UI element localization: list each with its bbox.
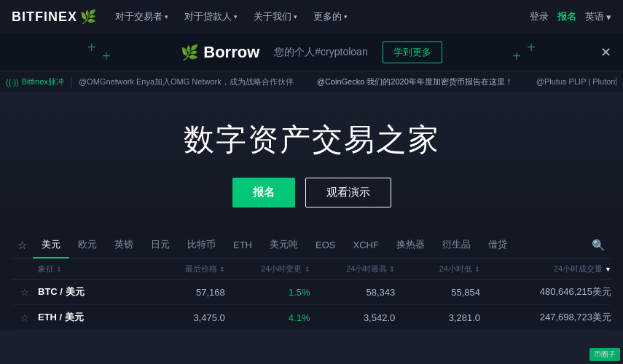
hero-demo-button[interactable]: 观看演示 <box>305 178 391 207</box>
deco-plus-icon: + <box>102 48 111 65</box>
market-tabs: ☆ 美元 欧元 英镑 日元 比特币 ETH 美元吨 EOS XCHF 换热器 衍… <box>12 228 611 259</box>
change-cell: 4.1% <box>225 312 310 323</box>
col-header-price[interactable]: 最后价格 ⇕ <box>140 264 225 274</box>
symbol-cell[interactable]: ETH / 美元 <box>38 311 140 324</box>
deco-plus-icon: + <box>512 48 521 65</box>
sort-icon: ⇕ <box>219 266 225 273</box>
tab-jpy[interactable]: 日元 <box>142 232 179 258</box>
hero-buttons: 报名 观看演示 <box>232 178 391 207</box>
chevron-down-icon: ▾ <box>234 13 238 20</box>
logo[interactable]: BITFINEX 🌿 <box>12 9 96 25</box>
high-cell: 58,343 <box>310 287 396 298</box>
tab-eur[interactable]: 欧元 <box>69 232 106 258</box>
tab-exchanger[interactable]: 换热器 <box>388 232 434 258</box>
signup-button[interactable]: 报名 <box>557 10 576 23</box>
symbol-cell[interactable]: BTC / 美元 <box>38 285 140 298</box>
logo-text: BITFINEX <box>12 9 77 25</box>
banner-brand: 🌿 Borrow <box>181 43 259 62</box>
star-icon[interactable]: ☆ <box>12 312 38 323</box>
price-cell: 3,475.0 <box>140 312 225 323</box>
chevron-down-icon: ▾ <box>294 13 297 20</box>
chevron-down-icon: ▾ <box>165 13 168 20</box>
table-header: 象征 ⇕ 最后价格 ⇕ 24小时变更 ⇕ 24小时最高 ⇕ 24小时低 ⇕ 24… <box>12 259 611 280</box>
nav-right: 登录 报名 英语 ▾ <box>530 10 611 23</box>
hero-signup-button[interactable]: 报名 <box>232 178 295 207</box>
low-cell: 3,281.0 <box>395 312 480 323</box>
deco-plus-icon: + <box>527 39 536 56</box>
sort-icon: ▼ <box>605 266 611 273</box>
tab-btc[interactable]: 比特币 <box>179 232 224 258</box>
banner-cta-button[interactable]: 学到更多 <box>383 41 442 63</box>
tab-xchf[interactable]: XCHF <box>344 234 387 258</box>
login-button[interactable]: 登录 <box>530 10 549 23</box>
star-icon[interactable]: ☆ <box>12 287 38 298</box>
navbar: BITFINEX 🌿 对于交易者 ▾ 对于贷款人 ▾ 关于我们 ▾ 更多的 ▾ … <box>0 0 623 33</box>
banner: + + + + 🌿 Borrow 您的个人#cryptoloan 学到更多 ✕ <box>0 33 623 71</box>
tab-eth[interactable]: ETH <box>224 234 261 258</box>
sort-icon: ⇕ <box>56 266 62 273</box>
high-cell: 3,542.0 <box>310 312 396 323</box>
ticker-item: @OMGnetwork Enya加入OMG Network，成为战略合作伙伴 <box>79 76 294 87</box>
table-row: ☆ BTC / 美元 57,168 1.5% 58,343 55,854 480… <box>12 280 611 305</box>
ticker-item: @Plutus PLIP | Pluton流动 <box>536 76 617 87</box>
hero-title: 数字资产交易之家 <box>184 119 440 160</box>
language-selector[interactable]: 英语 ▾ <box>585 10 611 23</box>
sort-icon: ⇕ <box>474 266 480 273</box>
col-header-volume[interactable]: 24小时成交量 ▼ <box>480 264 611 274</box>
sort-icon: ⇕ <box>305 266 310 273</box>
tab-derivatives[interactable]: 衍生品 <box>434 232 479 258</box>
watermark: 币圈子 <box>589 348 620 361</box>
change-cell: 1.5% <box>225 287 310 298</box>
logo-leaf-icon: 🌿 <box>80 9 96 25</box>
ticker-item: @CoinGecko 我们的2020年年度加密货币报告在这里！ <box>317 76 513 87</box>
tab-usd[interactable]: 美元 <box>33 232 69 258</box>
nav-item-lenders[interactable]: 对于贷款人 ▾ <box>177 8 245 26</box>
tab-ust[interactable]: 美元吨 <box>261 232 307 258</box>
low-cell: 55,854 <box>395 287 480 298</box>
tab-lending[interactable]: 借贷 <box>479 232 516 258</box>
market-section: ☆ 美元 欧元 英镑 日元 比特币 ETH 美元吨 EOS XCHF 换热器 衍… <box>0 228 623 331</box>
deco-plus-icon: + <box>87 39 96 56</box>
volume-cell: 247,698,723美元 <box>480 311 611 324</box>
table-row: ☆ ETH / 美元 3,475.0 4.1% 3,542.0 3,281.0 … <box>12 305 611 331</box>
search-icon[interactable]: 🔍 <box>586 234 611 256</box>
nav-links: 对于交易者 ▾ 对于贷款人 ▾ 关于我们 ▾ 更多的 ▾ <box>108 8 527 26</box>
ticker-divider: | <box>70 76 73 89</box>
col-header-star <box>12 264 38 274</box>
chevron-down-icon: ▾ <box>606 12 611 23</box>
tab-gbp[interactable]: 英镑 <box>106 232 142 258</box>
col-header-change[interactable]: 24小时变更 ⇕ <box>225 264 310 274</box>
nav-item-traders[interactable]: 对于交易者 ▾ <box>108 8 176 26</box>
nav-item-about[interactable]: 关于我们 ▾ <box>246 8 305 26</box>
banner-close-button[interactable]: ✕ <box>600 44 611 60</box>
volume-cell: 480,646,215美元 <box>480 285 611 298</box>
ticker-content: @OMGnetwork Enya加入OMG Network，成为战略合作伙伴 @… <box>79 76 617 87</box>
col-header-low[interactable]: 24小时低 ⇕ <box>395 264 480 274</box>
tab-eos[interactable]: EOS <box>307 234 344 258</box>
col-header-symbol[interactable]: 象征 ⇕ <box>38 264 140 274</box>
brand-leaf-icon: 🌿 <box>181 44 199 61</box>
sort-icon: ⇕ <box>389 266 395 273</box>
banner-tagline: 您的个人#cryptoloan <box>274 46 367 59</box>
ticker: ((·)) Bitfinex脉冲 | @OMGnetwork Enya加入OMG… <box>0 71 623 93</box>
star-filter-icon[interactable]: ☆ <box>12 234 33 256</box>
price-cell: 57,168 <box>140 287 225 298</box>
hero-section: 数字资产交易之家 报名 观看演示 <box>0 93 623 228</box>
ticker-pulse-icon: ((·)) Bitfinex脉冲 <box>6 76 64 87</box>
nav-item-more[interactable]: 更多的 ▾ <box>306 8 355 26</box>
col-header-high[interactable]: 24小时最高 ⇕ <box>310 264 396 274</box>
chevron-down-icon: ▾ <box>344 13 348 20</box>
